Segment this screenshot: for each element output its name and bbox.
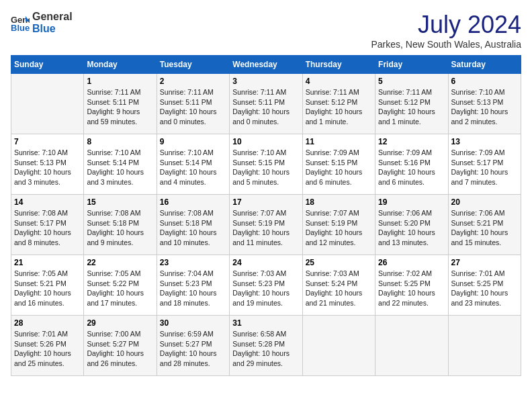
calendar-cell: 14Sunrise: 7:08 AM Sunset: 5:17 PM Dayli… — [11, 195, 84, 255]
logo-blue-text: Blue — [32, 23, 73, 35]
day-info: Sunrise: 7:07 AM Sunset: 5:19 PM Dayligh… — [306, 208, 372, 248]
calendar-cell: 7Sunrise: 7:10 AM Sunset: 5:13 PM Daylig… — [11, 134, 84, 195]
calendar-cell: 11Sunrise: 7:09 AM Sunset: 5:15 PM Dayli… — [302, 134, 375, 195]
day-info: Sunrise: 7:09 AM Sunset: 5:16 PM Dayligh… — [378, 148, 445, 187]
day-info: Sunrise: 7:10 AM Sunset: 5:15 PM Dayligh… — [232, 148, 299, 187]
day-info: Sunrise: 7:06 AM Sunset: 5:20 PM Dayligh… — [378, 208, 445, 248]
day-info: Sunrise: 7:01 AM Sunset: 5:26 PM Dayligh… — [14, 329, 81, 369]
title-section: July 2024 Parkes, New South Wales, Austr… — [371, 11, 521, 50]
day-number: 6 — [451, 77, 518, 86]
week-row-5: 28Sunrise: 7:01 AM Sunset: 5:26 PM Dayli… — [11, 316, 521, 376]
header: General Blue General Blue July 2024 Park… — [11, 11, 521, 50]
day-info: Sunrise: 6:59 AM Sunset: 5:27 PM Dayligh… — [160, 329, 226, 369]
day-info: Sunrise: 7:10 AM Sunset: 5:13 PM Dayligh… — [451, 87, 518, 127]
calendar-cell: 10Sunrise: 7:10 AM Sunset: 5:15 PM Dayli… — [230, 134, 302, 195]
calendar-cell: 6Sunrise: 7:10 AM Sunset: 5:13 PM Daylig… — [448, 74, 521, 134]
day-number: 10 — [232, 137, 299, 146]
day-number: 25 — [306, 258, 372, 267]
day-number: 12 — [378, 137, 445, 146]
day-number: 28 — [14, 318, 81, 328]
calendar-cell: 2Sunrise: 7:11 AM Sunset: 5:11 PM Daylig… — [157, 74, 229, 134]
day-info: Sunrise: 7:09 AM Sunset: 5:15 PM Dayligh… — [306, 148, 372, 187]
day-info: Sunrise: 7:11 AM Sunset: 5:11 PM Dayligh… — [160, 87, 226, 127]
calendar-cell: 19Sunrise: 7:06 AM Sunset: 5:20 PM Dayli… — [375, 195, 448, 255]
day-number: 21 — [14, 258, 81, 267]
calendar-cell: 5Sunrise: 7:11 AM Sunset: 5:12 PM Daylig… — [375, 74, 448, 134]
calendar-cell: 13Sunrise: 7:09 AM Sunset: 5:17 PM Dayli… — [448, 134, 521, 195]
day-number: 1 — [87, 77, 153, 86]
day-info: Sunrise: 7:10 AM Sunset: 5:14 PM Dayligh… — [87, 148, 153, 187]
calendar-cell: 15Sunrise: 7:08 AM Sunset: 5:18 PM Dayli… — [84, 195, 157, 255]
logo-general-text: General — [32, 11, 73, 23]
day-number: 17 — [232, 197, 299, 207]
calendar-cell: 3Sunrise: 7:11 AM Sunset: 5:11 PM Daylig… — [230, 74, 302, 134]
day-number: 8 — [87, 137, 153, 146]
calendar-cell — [375, 316, 448, 376]
col-wednesday: Wednesday — [230, 56, 302, 74]
calendar-cell — [448, 316, 521, 376]
day-number: 18 — [306, 197, 372, 207]
month-title: July 2024 — [371, 11, 521, 39]
day-number: 30 — [160, 318, 226, 328]
calendar-cell: 31Sunrise: 6:58 AM Sunset: 5:28 PM Dayli… — [230, 316, 302, 376]
col-friday: Friday — [375, 56, 448, 74]
day-number: 11 — [306, 137, 372, 146]
day-number: 31 — [232, 318, 299, 328]
calendar-cell: 27Sunrise: 7:01 AM Sunset: 5:25 PM Dayli… — [448, 255, 521, 316]
calendar-cell: 4Sunrise: 7:11 AM Sunset: 5:12 PM Daylig… — [302, 74, 375, 134]
day-number: 13 — [451, 137, 518, 146]
day-info: Sunrise: 7:11 AM Sunset: 5:12 PM Dayligh… — [378, 87, 445, 127]
day-info: Sunrise: 7:04 AM Sunset: 5:23 PM Dayligh… — [160, 269, 226, 308]
week-row-3: 14Sunrise: 7:08 AM Sunset: 5:17 PM Dayli… — [11, 195, 521, 255]
calendar-table: Sunday Monday Tuesday Wednesday Thursday… — [11, 55, 521, 376]
day-info: Sunrise: 7:03 AM Sunset: 5:24 PM Dayligh… — [306, 269, 372, 308]
day-number: 26 — [378, 258, 445, 267]
day-info: Sunrise: 7:08 AM Sunset: 5:18 PM Dayligh… — [87, 208, 153, 248]
calendar-cell: 20Sunrise: 7:06 AM Sunset: 5:21 PM Dayli… — [448, 195, 521, 255]
calendar-cell: 17Sunrise: 7:07 AM Sunset: 5:19 PM Dayli… — [230, 195, 302, 255]
day-number: 14 — [14, 197, 81, 207]
day-info: Sunrise: 7:11 AM Sunset: 5:12 PM Dayligh… — [306, 87, 372, 127]
col-thursday: Thursday — [302, 56, 375, 74]
day-info: Sunrise: 7:09 AM Sunset: 5:17 PM Dayligh… — [451, 148, 518, 187]
day-info: Sunrise: 7:05 AM Sunset: 5:22 PM Dayligh… — [87, 269, 153, 308]
calendar-cell: 26Sunrise: 7:02 AM Sunset: 5:25 PM Dayli… — [375, 255, 448, 316]
day-info: Sunrise: 7:11 AM Sunset: 5:11 PM Dayligh… — [232, 87, 299, 127]
calendar-cell: 23Sunrise: 7:04 AM Sunset: 5:23 PM Dayli… — [157, 255, 229, 316]
day-number: 15 — [87, 197, 153, 207]
header-row: Sunday Monday Tuesday Wednesday Thursday… — [11, 56, 521, 74]
svg-text:Blue: Blue — [11, 23, 30, 32]
day-info: Sunrise: 7:10 AM Sunset: 5:14 PM Dayligh… — [160, 148, 226, 187]
day-number: 23 — [160, 258, 226, 267]
day-number: 16 — [160, 197, 226, 207]
calendar-cell: 16Sunrise: 7:08 AM Sunset: 5:18 PM Dayli… — [157, 195, 229, 255]
calendar-cell: 28Sunrise: 7:01 AM Sunset: 5:26 PM Dayli… — [11, 316, 84, 376]
day-info: Sunrise: 7:05 AM Sunset: 5:21 PM Dayligh… — [14, 269, 81, 308]
calendar-cell: 22Sunrise: 7:05 AM Sunset: 5:22 PM Dayli… — [84, 255, 157, 316]
location-subtitle: Parkes, New South Wales, Australia — [371, 39, 521, 50]
day-info: Sunrise: 7:00 AM Sunset: 5:27 PM Dayligh… — [87, 329, 153, 369]
day-number: 9 — [160, 137, 226, 146]
col-monday: Monday — [84, 56, 157, 74]
col-sunday: Sunday — [11, 56, 84, 74]
day-info: Sunrise: 6:58 AM Sunset: 5:28 PM Dayligh… — [232, 329, 299, 369]
week-row-1: 1Sunrise: 7:11 AM Sunset: 5:11 PM Daylig… — [11, 74, 521, 134]
day-info: Sunrise: 7:08 AM Sunset: 5:17 PM Dayligh… — [14, 208, 81, 248]
calendar-cell: 18Sunrise: 7:07 AM Sunset: 5:19 PM Dayli… — [302, 195, 375, 255]
day-info: Sunrise: 7:07 AM Sunset: 5:19 PM Dayligh… — [232, 208, 299, 248]
col-tuesday: Tuesday — [157, 56, 229, 74]
calendar-cell: 8Sunrise: 7:10 AM Sunset: 5:14 PM Daylig… — [84, 134, 157, 195]
day-number: 2 — [160, 77, 226, 86]
calendar-cell: 1Sunrise: 7:11 AM Sunset: 5:11 PM Daylig… — [84, 74, 157, 134]
day-number: 19 — [378, 197, 445, 207]
calendar-cell: 9Sunrise: 7:10 AM Sunset: 5:14 PM Daylig… — [157, 134, 229, 195]
day-info: Sunrise: 7:11 AM Sunset: 5:11 PM Dayligh… — [87, 87, 153, 127]
day-number: 27 — [451, 258, 518, 267]
day-info: Sunrise: 7:06 AM Sunset: 5:21 PM Dayligh… — [451, 208, 518, 248]
calendar-cell: 21Sunrise: 7:05 AM Sunset: 5:21 PM Dayli… — [11, 255, 84, 316]
day-number: 24 — [232, 258, 299, 267]
logo: General Blue General Blue — [11, 11, 73, 34]
calendar-cell: 12Sunrise: 7:09 AM Sunset: 5:16 PM Dayli… — [375, 134, 448, 195]
week-row-4: 21Sunrise: 7:05 AM Sunset: 5:21 PM Dayli… — [11, 255, 521, 316]
calendar-cell: 25Sunrise: 7:03 AM Sunset: 5:24 PM Dayli… — [302, 255, 375, 316]
